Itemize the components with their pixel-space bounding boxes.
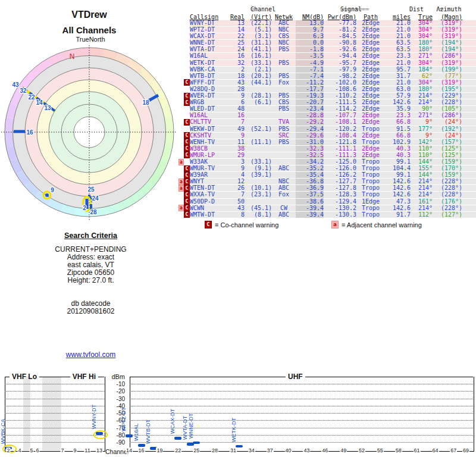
magnetic-azimuth-cell: (170°) [433, 165, 462, 171]
co-warning-cell: C [184, 165, 190, 171]
channel-tick: 37 [267, 447, 274, 453]
true-azimuth-cell: 214° [411, 205, 433, 211]
nm-cell: -7.1 [296, 67, 324, 73]
channel-tick: 67 [450, 447, 457, 453]
magnetic-azimuth-cell: (229°) [433, 93, 462, 99]
row-data: WVBK-CA2(2.1)-7.1-97.92Edge95.7184°(199°… [190, 67, 476, 73]
callsign-cell: WVTA-DT [190, 46, 229, 52]
band-chart: VHF LoVHF HiUHF-10-20-30-40-50-60-70-80-… [0, 372, 476, 457]
vhf-plot-box [5, 377, 105, 452]
gridline [130, 406, 473, 406]
true-azimuth-cell: 110° [411, 146, 433, 152]
nm-cell: -37.5 [296, 192, 324, 198]
miles-cell: 142.6 [385, 205, 411, 211]
channel-tick: 49 [340, 447, 347, 453]
power-cell: -130.3 [324, 212, 356, 218]
station-callsign-label: W16AL [134, 424, 139, 442]
adjacent-warning-cell: a [178, 205, 184, 211]
col-pwr: Pwr(dBm) [324, 14, 356, 20]
vhf-top-line: VHF LoVHF Hi [5, 373, 104, 380]
real-channel-cell: 11 [229, 139, 245, 145]
co-channel-warning-icon: C [184, 132, 190, 139]
network-cell: PBS [272, 60, 296, 66]
tvfool-link[interactable]: www.tvfool.com [0, 350, 181, 359]
nm-cell: -32.5 [296, 152, 324, 158]
adjacent-channel-warning-icon: a [178, 185, 184, 192]
magnetic-azimuth-cell: (127°) [433, 212, 462, 218]
nm-cell: -29.2 [296, 119, 324, 125]
miles-cell: 66.8 [385, 119, 411, 125]
adjacent-warning-cell [178, 46, 184, 52]
network-cell: PBS [272, 126, 296, 132]
miles-cell: 21.0 [385, 33, 411, 39]
row-data: WLED-DT48PBS-23.4-114.22Edge35.990°(105°… [190, 106, 476, 112]
radar-channel-label: 22 [28, 94, 35, 101]
nm-cell: 6.3 [296, 33, 324, 39]
channel-tick: 46 [321, 447, 328, 453]
real-channel-cell: 7 [229, 119, 245, 125]
adjacent-warning-cell [178, 27, 184, 33]
true-azimuth-cell: 144° [411, 159, 433, 165]
adjacent-warning-cell [178, 73, 184, 79]
callsign-cell: W16AL [190, 53, 229, 59]
station-signal-bar [193, 442, 200, 445]
power-cell: -125.0 [324, 159, 356, 165]
network-cell: NBC [272, 179, 296, 184]
adjacent-warning-cell [178, 192, 184, 198]
power-cell: -127.7 [324, 179, 356, 184]
channel-tick: 34 [248, 447, 255, 453]
network-cell: NBC [272, 40, 296, 46]
dbm-tick-label: -80 [107, 432, 125, 439]
true-azimuth-cell: 214° [411, 192, 433, 198]
co-warning-cell [184, 73, 190, 79]
channel-tick: 61 [414, 447, 421, 453]
true-azimuth-cell: 214° [411, 185, 433, 191]
path-cell: 2Edge [356, 73, 385, 79]
adjacent-warning-cell [178, 133, 184, 139]
network-cell: Fox [272, 80, 296, 86]
axis-line [5, 377, 10, 377]
network-cell: CW [272, 205, 296, 211]
real-channel-cell: 12 [229, 179, 245, 184]
radar-channel-label: 13 [44, 105, 51, 111]
radar-hue-sector [165, 117, 174, 132]
row-data: WFFF-DT43(44.1)Fox-11.2-102.02Edge21.030… [190, 80, 476, 86]
callsign-cell: CKSHTV [190, 133, 229, 139]
miles-cell: 142.6 [385, 179, 411, 184]
true-azimuth-cell: 142° [411, 139, 433, 145]
miles-cell: 142.6 [385, 99, 411, 105]
callsign-cell: WENH-TV [190, 139, 229, 145]
callsign-cell: W16AL [190, 112, 229, 118]
dbm-tick-label: -90 [107, 439, 125, 446]
real-channel-cell: 48 [229, 106, 245, 112]
virtual-channel-cell: (44.1) [245, 80, 272, 86]
channel-tick: 13 [96, 447, 103, 453]
co-warning-cell: C [184, 192, 190, 198]
path-cell: 2Edge [356, 20, 385, 26]
power-cell: -126.2 [324, 172, 356, 178]
channel-tick: 55 [377, 447, 384, 453]
real-channel-cell: 2 [229, 67, 245, 73]
path-cell: Tropo [356, 172, 385, 178]
real-channel-cell: 9 [229, 133, 245, 139]
network-cell [272, 199, 296, 205]
virtual-channel-cell [245, 152, 272, 158]
power-cell: -110.2 [324, 93, 356, 99]
adjacent-channel-warning-icon: a [178, 179, 184, 185]
true-azimuth-cell: 184° [411, 67, 433, 73]
channel-tick: 6 [35, 447, 39, 453]
gridline [130, 384, 473, 384]
dbm-tick-label: -20 [107, 388, 125, 395]
true-azimuth-cell: 180° [411, 40, 433, 46]
station-callsign-label: WCAX-DT [170, 409, 176, 434]
row-data: WVER-DT9(28.1)PBS-19.3-110.22Edge57.9214… [190, 93, 476, 99]
row-data: W39AR4(39.1)-35.4-126.2Tropo99.1144°(159… [190, 172, 476, 178]
true-azimuth-cell: 62° [411, 73, 433, 79]
station-callsign-label: WETK-DT [231, 418, 237, 442]
co-warning-cell: C [184, 185, 190, 191]
nm-cell: -36.9 [296, 185, 324, 191]
co-warning-cell [184, 40, 190, 46]
virtual-channel-cell: (31.1) [245, 40, 272, 46]
gridline [5, 391, 104, 392]
real-channel-cell: 38 [229, 146, 245, 152]
